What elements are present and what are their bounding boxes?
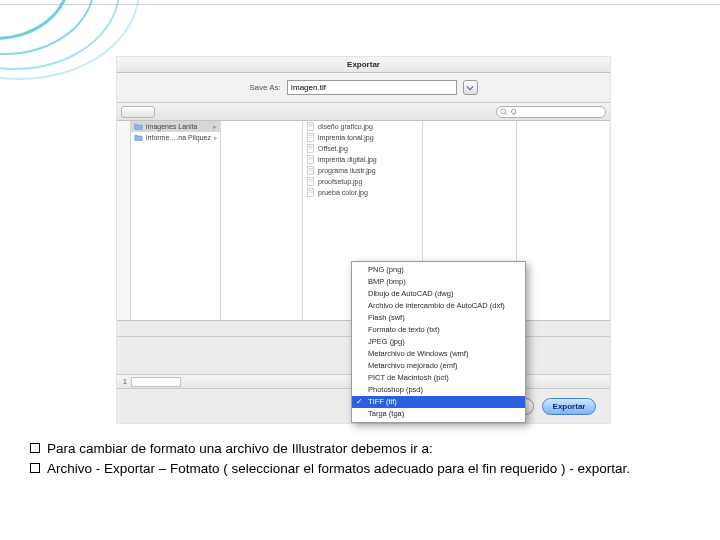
filename-input[interactable] <box>287 80 457 95</box>
export-button[interactable]: Exportar <box>542 398 596 415</box>
format-option[interactable]: Archivo de intercambio de AutoCAD (dxf) <box>352 300 525 312</box>
svg-rect-3 <box>308 124 313 125</box>
save-as-label: Save As: <box>249 83 281 92</box>
list-item[interactable]: imprenta tonal.jpg <box>303 132 422 143</box>
bullet-text: Para cambiar de formato una archivo de I… <box>47 440 433 458</box>
format-option[interactable]: JPEG (jpg) <box>352 336 525 348</box>
browser-toolbar <box>117 103 610 121</box>
file-icon <box>306 166 315 175</box>
browser-col-2[interactable] <box>221 121 303 320</box>
top-divider <box>0 4 720 5</box>
svg-rect-12 <box>308 157 313 158</box>
svg-line-1 <box>505 112 507 114</box>
browser-col-1[interactable]: imagenes Lanita▸informe …na Pilquez▸ <box>131 121 221 320</box>
format-option[interactable]: PNG (png) <box>352 264 525 276</box>
disclose-button[interactable] <box>463 80 478 95</box>
list-item[interactable]: proofsetup.jpg <box>303 176 422 187</box>
svg-rect-7 <box>308 137 313 138</box>
bullet-item: Archivo - Exportar – Fotmato ( seleccion… <box>30 460 690 478</box>
bullet-box-icon <box>30 463 40 473</box>
list-item[interactable]: Offset.jpg <box>303 143 422 154</box>
chevron-down-icon <box>466 84 474 92</box>
format-option[interactable]: Dibujo de AutoCAD (dwg) <box>352 288 525 300</box>
list-item[interactable]: imagenes Lanita▸ <box>131 121 220 132</box>
dialog-title: Exportar <box>117 57 610 73</box>
format-option[interactable]: TIFF (tif) <box>352 396 525 408</box>
slide: Exportar Save As: imagenes Lanita▸inform… <box>0 0 720 540</box>
file-icon <box>306 133 315 142</box>
browser-col-5[interactable] <box>517 121 610 320</box>
format-option[interactable]: Metarchivo mejorado (emf) <box>352 360 525 372</box>
item-count: 1 <box>123 378 127 385</box>
list-item[interactable]: diseño grafico.jpg <box>303 121 422 132</box>
slide-notes: Para cambiar de formato una archivo de I… <box>30 440 690 480</box>
export-dialog-screenshot: Exportar Save As: imagenes Lanita▸inform… <box>116 56 611 424</box>
svg-rect-9 <box>308 146 313 147</box>
format-option[interactable]: Formato de texto (txt) <box>352 324 525 336</box>
folder-icon <box>134 133 143 142</box>
svg-rect-10 <box>308 148 313 149</box>
file-icon <box>306 177 315 186</box>
folder-icon <box>134 122 143 131</box>
nav-buttons[interactable] <box>121 106 155 118</box>
file-icon <box>306 144 315 153</box>
list-item[interactable]: prueba color.jpg <box>303 187 422 198</box>
svg-rect-16 <box>308 170 313 171</box>
file-icon <box>306 122 315 131</box>
file-icon <box>306 188 315 197</box>
format-option[interactable]: Photoshop (psd) <box>352 384 525 396</box>
sidebar-sliver <box>117 121 131 320</box>
bullet-item: Para cambiar de formato una archivo de I… <box>30 440 690 458</box>
format-option[interactable]: BMP (bmp) <box>352 276 525 288</box>
format-dropdown[interactable]: PNG (png)BMP (bmp)Dibujo de AutoCAD (dwg… <box>351 261 526 423</box>
format-option[interactable]: Metarchivo de Windows (wmf) <box>352 348 525 360</box>
list-item[interactable]: imprenta digital.jpg <box>303 154 422 165</box>
file-icon <box>306 155 315 164</box>
bullet-text: Archivo - Exportar – Fotmato ( seleccion… <box>47 460 630 478</box>
list-item[interactable]: informe …na Pilquez▸ <box>131 132 220 143</box>
search-wrap <box>496 106 606 118</box>
svg-rect-21 <box>308 190 313 191</box>
svg-rect-18 <box>308 179 313 180</box>
format-option[interactable]: Targa (tga) <box>352 408 525 420</box>
search-icon <box>500 108 508 116</box>
format-option[interactable]: Flash (swf) <box>352 312 525 324</box>
svg-rect-6 <box>308 135 313 136</box>
count-box <box>131 377 181 387</box>
svg-rect-19 <box>308 181 313 182</box>
svg-rect-22 <box>308 192 313 193</box>
bullet-box-icon <box>30 443 40 453</box>
svg-point-0 <box>501 108 506 113</box>
svg-rect-4 <box>308 126 313 127</box>
svg-rect-13 <box>308 159 313 160</box>
format-option[interactable]: PICT de Macintosh (pct) <box>352 372 525 384</box>
list-item[interactable]: programa ilustr.jpg <box>303 165 422 176</box>
search-input[interactable] <box>496 106 606 118</box>
save-as-row: Save As: <box>117 73 610 103</box>
svg-rect-15 <box>308 168 313 169</box>
